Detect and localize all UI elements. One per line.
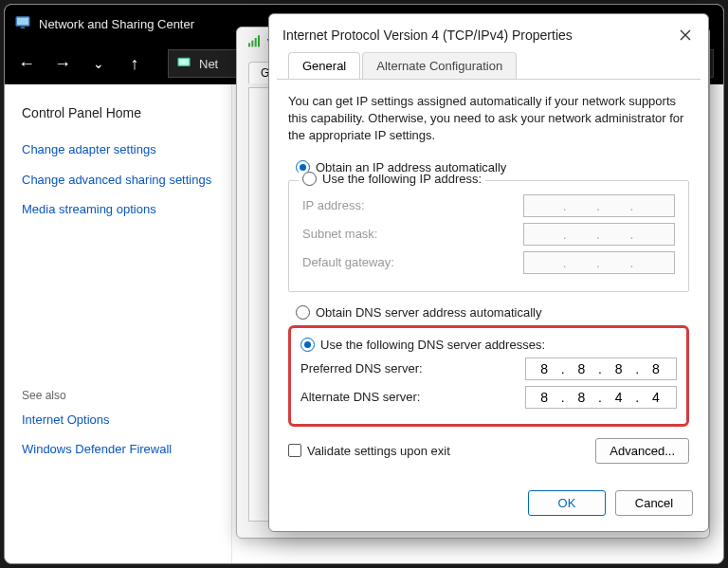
checkbox-icon (288, 444, 301, 457)
intro-text: You can get IP settings assigned automat… (288, 93, 689, 145)
svg-rect-6 (251, 40, 253, 46)
svg-rect-7 (255, 38, 257, 46)
svg-rect-5 (248, 43, 250, 46)
default-gateway-label: Default gateway: (302, 255, 394, 269)
recent-dropdown[interactable]: ⌄ (86, 51, 111, 76)
radio-icon (302, 172, 317, 186)
subnet-mask-label: Subnet mask: (302, 227, 378, 241)
dns-highlight: Use the following DNS server addresses: … (288, 325, 689, 427)
alternate-dns-label: Alternate DNS server: (300, 390, 420, 404)
left-nav: Control Panel Home Change adapter settin… (5, 84, 232, 563)
svg-rect-2 (21, 27, 26, 28)
ok-button[interactable]: OK (528, 490, 606, 516)
radio-icon (296, 305, 310, 320)
preferred-dns-input[interactable] (525, 357, 677, 380)
control-panel-home-link[interactable]: Control Panel Home (22, 105, 214, 120)
preferred-dns-label: Preferred DNS server: (300, 361, 423, 376)
control-panel-icon (176, 55, 191, 73)
svg-rect-1 (17, 17, 28, 25)
network-icon (14, 14, 31, 34)
radio-dns-auto[interactable]: Obtain DNS server address automatically (296, 305, 689, 320)
close-button[interactable] (674, 24, 697, 46)
radio-dns-manual[interactable]: Use the following DNS server addresses: (300, 338, 677, 352)
tab-row: General Alternate Configuration (277, 52, 701, 80)
ip-group: Use the following IP address: IP address… (288, 180, 689, 292)
up-button[interactable]: ↑ (122, 51, 147, 76)
see-also-label: See also (22, 389, 214, 402)
svg-rect-4 (179, 59, 190, 65)
subnet-mask-input (523, 223, 675, 246)
forward-button[interactable]: → (50, 51, 75, 76)
change-adapter-link[interactable]: Change adapter settings (22, 141, 214, 158)
back-button[interactable]: ← (14, 51, 39, 76)
validate-checkbox[interactable]: Validate settings upon exit (288, 444, 450, 458)
radio-icon (300, 338, 315, 352)
radio-dns-auto-label: Obtain DNS server address automatically (316, 305, 541, 320)
change-advanced-sharing-link[interactable]: Change advanced sharing settings (22, 172, 214, 189)
alternate-dns-input[interactable] (525, 386, 677, 409)
ip-address-label: IP address: (302, 198, 365, 212)
advanced-button[interactable]: Advanced... (595, 438, 689, 464)
wifi-icon (246, 34, 262, 52)
radio-ip-manual-label: Use the following IP address: (322, 172, 482, 186)
validate-label: Validate settings upon exit (307, 444, 450, 458)
window-title: Network and Sharing Center (39, 17, 194, 31)
tab-general[interactable]: General (288, 52, 360, 79)
media-streaming-link[interactable]: Media streaming options (22, 201, 214, 218)
svg-rect-8 (258, 35, 260, 46)
default-gateway-input (523, 251, 675, 274)
ip-address-input (523, 194, 675, 217)
dialog-title: Internet Protocol Version 4 (TCP/IPv4) P… (282, 27, 573, 43)
tab-alternate-config[interactable]: Alternate Configuration (362, 52, 517, 79)
ipv4-properties-dialog: Internet Protocol Version 4 (TCP/IPv4) P… (268, 13, 709, 532)
cancel-button[interactable]: Cancel (615, 490, 693, 516)
radio-ip-manual[interactable]: Use the following IP address: (302, 172, 482, 186)
internet-options-link[interactable]: Internet Options (22, 412, 214, 429)
radio-dns-manual-label: Use the following DNS server addresses: (320, 338, 545, 352)
address-text: Net (199, 57, 218, 71)
defender-firewall-link[interactable]: Windows Defender Firewall (22, 441, 214, 458)
